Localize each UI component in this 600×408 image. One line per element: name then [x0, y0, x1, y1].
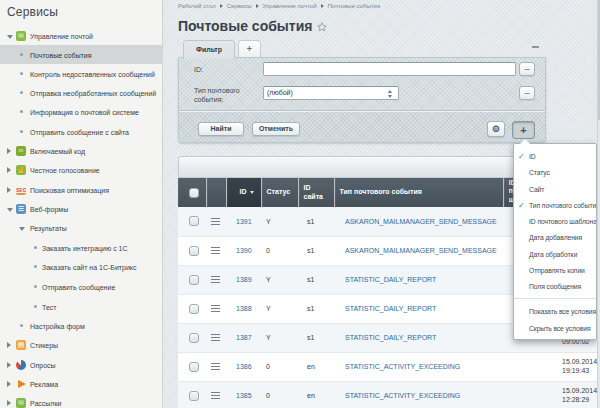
- breadcrumb-item[interactable]: Рабочий стол: [178, 3, 216, 9]
- chevron-down-icon[interactable]: [19, 227, 25, 231]
- event-id-link[interactable]: 1390: [236, 247, 252, 254]
- sidebar-item-5[interactable]: Отправить сообщение с сайта: [0, 122, 163, 141]
- column-header-check[interactable]: [178, 178, 206, 207]
- chevron-right-icon[interactable]: [7, 400, 11, 406]
- sidebar-item-4[interactable]: Информация о почтовой системе: [0, 102, 163, 121]
- sidebar-item-18[interactable]: Реклама: [0, 374, 163, 393]
- select-all-checkbox[interactable]: [189, 188, 199, 198]
- sidebar-item-8[interactable]: SEOПоисковая оптимизация: [0, 180, 163, 199]
- sidebar-item-1[interactable]: Почтовые события: [0, 45, 163, 64]
- remove-id-filter-button[interactable]: –: [519, 62, 535, 76]
- chevron-right-icon[interactable]: [7, 342, 11, 348]
- filter-settings-button[interactable]: ⚙: [487, 121, 505, 137]
- chevron-right-icon[interactable]: [7, 167, 11, 173]
- event-type-link[interactable]: STATISTIC_DAILY_REPORT: [345, 305, 436, 312]
- sidebar-item-15[interactable]: Настройка форм: [0, 316, 163, 335]
- bullet-icon: [34, 246, 37, 249]
- event-type-link[interactable]: ASKARON_MAILMANAGER_SEND_MESSAGE: [345, 247, 497, 254]
- column-header-status[interactable]: Статус: [261, 178, 298, 207]
- breadcrumb-item[interactable]: Управление почтой: [263, 3, 317, 9]
- menu-action-0[interactable]: Показать все условия: [514, 304, 596, 320]
- mailing-icon: ✉: [16, 398, 26, 408]
- event-type-link[interactable]: STATISTIC_DAILY_REPORT: [345, 334, 436, 341]
- sidebar-item-19[interactable]: ✉Рассылки: [0, 393, 163, 408]
- event-type-link[interactable]: ASKARON_MAILMANAGER_SEND_MESSAGE: [345, 218, 497, 225]
- filter-type-select[interactable]: (любой): [263, 86, 399, 100]
- sidebar-item-14[interactable]: Тест: [0, 297, 163, 316]
- filter-id-input[interactable]: [263, 62, 516, 76]
- sidebar-item-11[interactable]: Заказать интеграцию с 1С: [0, 238, 163, 257]
- menu-item-3[interactable]: ✓Тип почтового события: [514, 198, 596, 214]
- event-site: s1: [298, 294, 334, 323]
- event-id-link[interactable]: 1388: [236, 305, 252, 312]
- row-checkbox[interactable]: [189, 304, 199, 314]
- sidebar-item-7[interactable]: ☝Честное голосование: [0, 160, 163, 179]
- row-checkbox[interactable]: [189, 216, 199, 226]
- column-header-menu[interactable]: [206, 178, 226, 207]
- add-filter-field-button[interactable]: +: [512, 121, 535, 139]
- remove-type-filter-button[interactable]: –: [519, 86, 535, 100]
- event-id-link[interactable]: 1386: [236, 363, 252, 370]
- row-checkbox[interactable]: [189, 362, 199, 372]
- event-status: Y: [261, 265, 298, 294]
- cancel-button[interactable]: Отменить: [252, 122, 300, 136]
- chevron-right-icon[interactable]: [7, 362, 11, 368]
- chevron-right-icon[interactable]: [7, 148, 11, 154]
- sidebar-item-17[interactable]: Опросы: [0, 355, 163, 374]
- row-checkbox[interactable]: [189, 391, 199, 401]
- sidebar-item-2[interactable]: Контроль недоставленных сообщений: [0, 64, 163, 83]
- event-type-link[interactable]: STATISTIC_DAILY_REPORT: [345, 276, 436, 283]
- row-menu-icon[interactable]: [211, 305, 220, 312]
- column-header-site[interactable]: ID сайта: [298, 178, 334, 207]
- menu-item-5[interactable]: Дата добавления: [514, 230, 596, 246]
- sidebar-item-9[interactable]: ☰Веб-формы: [0, 199, 163, 218]
- row-menu-icon[interactable]: [211, 334, 220, 341]
- chevron-right-icon[interactable]: [7, 187, 11, 193]
- filter-collapse-icon[interactable]: [532, 46, 539, 48]
- row-menu-icon[interactable]: [211, 247, 220, 254]
- menu-item-4[interactable]: ID почтового шаблона: [514, 214, 596, 230]
- chevron-down-icon[interactable]: [7, 35, 13, 39]
- event-id-link[interactable]: 1387: [236, 334, 252, 341]
- event-id-link[interactable]: 1385: [236, 392, 252, 399]
- menu-item-8[interactable]: Поля сообщения: [514, 279, 596, 295]
- find-button[interactable]: Найти: [198, 122, 244, 136]
- row-menu-icon[interactable]: [211, 218, 220, 225]
- row-menu-icon[interactable]: [211, 363, 220, 370]
- sidebar-item-12[interactable]: Заказать сайт на 1С-Битрикс: [0, 257, 163, 276]
- sidebar-item-3[interactable]: Отправка необработанных сообщений: [0, 83, 163, 102]
- row-menu-icon[interactable]: [211, 392, 220, 399]
- breadcrumb-item[interactable]: Сервисы: [227, 3, 252, 9]
- mail-icon: ✉: [16, 31, 26, 41]
- event-type-link[interactable]: STATISTIC_ACTIVITY_EXCEEDING: [345, 363, 460, 370]
- row-checkbox[interactable]: [189, 246, 199, 256]
- breadcrumb-item[interactable]: Почтовые события: [328, 3, 381, 9]
- event-id-link[interactable]: 1389: [236, 276, 252, 283]
- page: Сервисы ✉Управление почтойПочтовые событ…: [0, 0, 600, 408]
- sidebar-item-13[interactable]: Отправить сообщение: [0, 277, 163, 296]
- menu-item-0[interactable]: ✓ID: [514, 149, 596, 165]
- sidebar-item-16[interactable]: ▤Стикеры: [0, 335, 163, 354]
- sidebar-item-0[interactable]: ✉Управление почтой: [0, 26, 163, 45]
- menu-item-6[interactable]: Дата обработки: [514, 247, 596, 263]
- chevron-down-icon[interactable]: [7, 208, 13, 212]
- event-type-link[interactable]: STATISTIC_ACTIVITY_EXCEEDING: [345, 392, 460, 399]
- event-status: Y: [261, 294, 298, 323]
- row-checkbox[interactable]: [189, 333, 199, 343]
- row-menu-icon[interactable]: [211, 276, 220, 283]
- column-header-type[interactable]: Тип почтового события: [334, 178, 503, 207]
- menu-item-2[interactable]: Сайт: [514, 182, 596, 198]
- favorite-star-icon[interactable]: [316, 21, 328, 33]
- tab-filter[interactable]: Фильтр: [183, 40, 235, 59]
- column-header-id[interactable]: ID: [226, 178, 261, 207]
- menu-action-1[interactable]: Скрыть все условия: [514, 321, 596, 337]
- sidebar-item-10[interactable]: Результаты: [0, 218, 163, 237]
- menu-item-1[interactable]: Статус: [514, 165, 596, 181]
- tab-add-filter[interactable]: +: [238, 40, 261, 57]
- event-id-link[interactable]: 1391: [236, 218, 252, 225]
- chevron-right-icon[interactable]: [7, 381, 11, 387]
- row-checkbox[interactable]: [189, 275, 199, 285]
- sidebar-title: Сервисы: [7, 5, 58, 19]
- menu-item-7[interactable]: Отправлять копии: [514, 263, 596, 279]
- sidebar-item-6[interactable]: ‹›Включаемый код: [0, 141, 163, 160]
